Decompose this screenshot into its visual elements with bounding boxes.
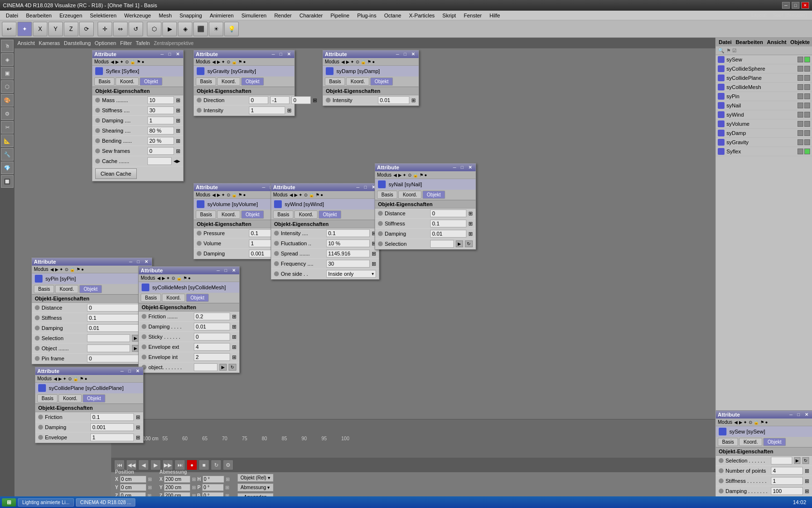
sgravity-intensity-input[interactable] (249, 106, 285, 114)
panel-swind-min[interactable]: ─ (355, 185, 361, 190)
angle-h-input[interactable] (203, 476, 224, 483)
sidebar-icon-6[interactable]: ⚙ (1, 107, 14, 120)
size-z-input[interactable] (164, 492, 190, 496)
sdamp-modus[interactable]: Modus (325, 59, 339, 64)
sidebar-icon-11[interactable]: 🔲 (1, 175, 14, 188)
menu-selektieren[interactable]: Selektieren (86, 12, 120, 19)
panel-syflex-max[interactable]: □ (167, 52, 173, 57)
obj-item-syVolume[interactable]: syVolume (716, 120, 812, 129)
tab-syflex-koord[interactable]: Koord. (116, 77, 138, 86)
menu-mesh[interactable]: Mesh (155, 12, 175, 19)
syflex-cache-input[interactable] (147, 157, 172, 165)
scollide-plane-damp-spin[interactable]: ⊞ (136, 424, 140, 431)
angle-h-spin[interactable]: ⊞ (226, 477, 230, 482)
panel-sgravity-max[interactable]: □ (278, 52, 284, 57)
coord-x-spin[interactable]: ⊞ (148, 477, 152, 482)
syflex-mass-spin[interactable]: ⊞ (176, 97, 180, 104)
tool-8[interactable]: ⬛ (193, 22, 208, 36)
swind-spread-input[interactable] (326, 250, 370, 257)
ssew-numpts-spin[interactable]: ⊞ (805, 468, 809, 474)
sidebar-icon-5[interactable]: 🎨 (1, 94, 14, 106)
tab-scollide-plane-koord[interactable]: Koord. (58, 394, 81, 403)
viewport-menu-optionen[interactable]: Optionen (95, 40, 116, 46)
ssew-sel-btn1[interactable]: ▶ (794, 457, 800, 464)
viewport-menu-filter[interactable]: Filter (120, 40, 131, 46)
obj-item-Syflex[interactable]: Syflex (716, 147, 812, 156)
ssew-modus[interactable]: Modus (718, 419, 732, 425)
syflex-bend-input[interactable] (147, 137, 174, 145)
svolume-modus[interactable]: Modus (196, 192, 210, 197)
panel-snail-header[interactable]: Attribute ─ □ ✕ (375, 164, 476, 171)
tab-snail-objekt[interactable]: Objekt (422, 191, 445, 199)
tab-scollide-plane-objekt[interactable]: Objekt (83, 394, 105, 403)
btn-stop[interactable]: ■ (199, 460, 209, 470)
btn-record[interactable]: ● (187, 460, 197, 470)
syflex-damp-spin[interactable]: ⊞ (176, 118, 180, 124)
tool-select[interactable]: ✦ (17, 22, 32, 36)
tab-spin-objekt[interactable]: Objekt (79, 285, 102, 293)
menu-fenster[interactable]: Fenster (460, 12, 485, 19)
objpanel-menu-objekte[interactable]: Objekte (790, 39, 810, 45)
tab-snail-basis[interactable]: Basis (377, 191, 397, 199)
sidebar-icon-8[interactable]: 📐 (1, 134, 14, 147)
obj-ctrl1-syPin[interactable] (798, 93, 803, 99)
swind-freq-input[interactable] (326, 260, 370, 268)
panel-syflex-close[interactable]: ✕ (174, 52, 181, 57)
panel-scollide-header[interactable]: Attribute ─ □ ✕ (139, 267, 239, 274)
tab-scollide-koord[interactable]: Koord. (162, 294, 185, 302)
sgravity-intensity-spin[interactable]: ⊞ (287, 107, 291, 114)
size-x-input[interactable] (164, 476, 190, 483)
obj-ctrl2-syCollideSphere[interactable] (804, 66, 810, 72)
menu-charakter[interactable]: Charakter (295, 12, 326, 19)
minimize-button[interactable]: ─ (782, 2, 790, 9)
panel-scollide-close[interactable]: ✕ (231, 268, 237, 273)
obj-ctrl1-syVolume[interactable] (798, 121, 803, 127)
btn-fwd[interactable]: ▶▶ (162, 460, 173, 470)
start-button[interactable]: ⊞ (2, 498, 16, 507)
obj-ctrl1-syGravity[interactable] (798, 139, 803, 145)
panel-snail-max[interactable]: □ (460, 165, 465, 170)
obj-item-syDamp[interactable]: syDamp (716, 129, 812, 138)
panel-sgravity-close[interactable]: ✕ (286, 52, 292, 57)
sgravity-modus[interactable]: Modus (196, 59, 210, 64)
panel-snail-min[interactable]: ─ (451, 165, 457, 170)
snail-sel-btn1[interactable]: ▶ (456, 240, 463, 247)
swind-oneside-dropdown[interactable]: Inside only ▾ (326, 270, 376, 278)
panel-sgravity-min[interactable]: ─ (270, 52, 276, 57)
obj-ctrl1-syCollideSphere[interactable] (798, 66, 803, 72)
tab-spin-basis[interactable]: Basis (34, 285, 54, 293)
tool-undo[interactable]: ↩ (2, 22, 16, 36)
viewport-menu-ansicht[interactable]: Ansicht (17, 40, 35, 46)
tool-z[interactable]: Z (64, 22, 78, 36)
tab-svolume-objekt[interactable]: Objekt (241, 210, 264, 219)
obj-ctrl2-syGravity[interactable] (804, 139, 810, 145)
obj-item-syWind[interactable]: syWind (716, 110, 812, 120)
tab-scollide-basis[interactable]: Basis (141, 294, 161, 302)
syflex-stiff-spin[interactable]: ⊞ (176, 107, 180, 114)
ssew-panel-header[interactable]: Attribute ─ □ ✕ (716, 411, 812, 418)
btn-abmessung[interactable]: Abmessung ▾ (237, 483, 274, 492)
tab-ssew-koord[interactable]: Koord. (739, 438, 762, 446)
ssew-damp-input[interactable] (771, 487, 803, 495)
menu-bearbeiten[interactable]: Bearbeiten (22, 12, 56, 19)
sidebar-icon-10[interactable]: 💎 (1, 162, 14, 174)
sgravity-dir-x[interactable] (249, 96, 268, 104)
obj-item-syNail[interactable]: syNail (716, 101, 812, 110)
obj-ctrl1-syNail[interactable] (798, 103, 803, 108)
menu-animieren[interactable]: Animieren (206, 12, 238, 19)
panel-scollide-plane-header[interactable]: Attribute ─ □ ✕ (35, 367, 143, 375)
panel-sdamp-min[interactable]: ─ (394, 52, 400, 57)
obj-ctrl2-syCollidePlane[interactable] (804, 75, 810, 81)
ssew-max[interactable]: □ (796, 412, 801, 417)
scollide-sticky-input[interactable] (194, 333, 230, 341)
tab-sdamp-koord[interactable]: Koord. (346, 77, 369, 86)
menu-erzeugen[interactable]: Erzeugen (56, 12, 86, 19)
tool-move[interactable]: ✛ (98, 22, 112, 36)
menu-octane[interactable]: Octane (380, 12, 405, 19)
objpanel-menu-ansicht[interactable]: Ansicht (767, 39, 786, 45)
btn-objekt-rel[interactable]: Objekt (Rel) ▾ (237, 474, 274, 482)
scollide-friction-input[interactable] (194, 313, 230, 320)
sidebar-icon-1[interactable]: 🖱 (1, 40, 14, 52)
menu-xparticles[interactable]: X-Particles (405, 12, 438, 19)
swind-intensity-input[interactable] (326, 229, 370, 237)
